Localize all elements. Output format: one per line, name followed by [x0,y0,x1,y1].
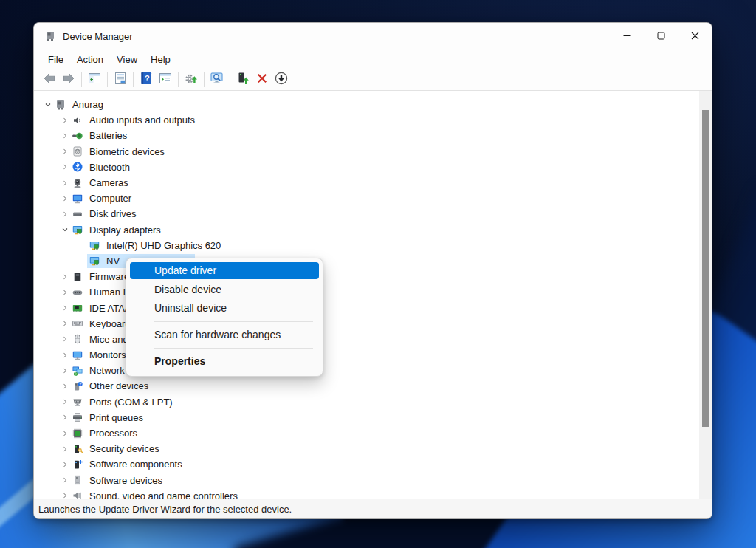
toolbar-disable-device-button[interactable] [272,71,291,89]
toolbar-separator [107,72,108,87]
chevron-right-icon[interactable] [58,145,72,157]
toolbar-uninstall-device-button[interactable] [252,71,272,89]
tree-item-sound-video-and-game-controllers[interactable]: Sound, video and game controllers [34,488,699,499]
tree-item-disk-drives[interactable]: Disk drives [34,206,699,222]
tree-item-batteries[interactable]: Batteries [34,128,699,143]
window-controls [610,23,712,49]
toolbar-show-console-tree-button[interactable] [85,71,104,89]
tree-item-anurag[interactable]: Anurag [34,97,699,112]
chevron-down-icon[interactable] [58,224,72,236]
tree-item-computer[interactable]: Computer [34,191,699,206]
tree-item-audio-inputs-and-outputs[interactable]: Audio inputs and outputs [34,112,699,128]
chevron-down-icon[interactable] [41,99,55,111]
tree-item-label: Audio inputs and outputs [89,114,195,126]
processor-icon [72,428,83,439]
mouse-icon [72,333,83,345]
chevron-right-icon[interactable] [58,177,72,189]
vertical-scrollbar-thumb[interactable] [702,110,709,427]
context-menu-item-disable-device[interactable]: Disable device [130,281,319,298]
minimize-button[interactable] [610,23,644,49]
chevron-right-icon[interactable] [58,302,72,314]
close-button[interactable] [678,23,712,49]
chevron-right-icon[interactable] [58,287,72,298]
properties-icon [113,71,128,89]
toolbar-back-button[interactable] [40,71,59,89]
toolbar-update-driver-software-button[interactable] [182,71,201,89]
menu-action[interactable]: Action [70,51,110,68]
tree-item-intel-r-uhd-graphics-620[interactable]: Intel(R) UHD Graphics 620 [34,238,699,253]
toolbar-properties-button[interactable] [111,71,130,89]
chevron-right-icon[interactable] [58,428,72,439]
menu-help[interactable]: Help [144,51,177,68]
tree-item-label: Cameras [89,177,128,188]
tree-item-other-devices[interactable]: ?Other devices [34,378,699,394]
toolbar-show-action-pane-button[interactable] [156,71,175,89]
chevron-right-icon[interactable] [58,193,72,205]
context-menu-item-properties[interactable]: Properties [130,353,319,370]
tree-item-label: Processors [89,428,137,439]
chevron-right-icon[interactable] [58,130,72,142]
chevron-right-icon[interactable] [58,474,72,486]
tree-item-label: NV [106,256,120,267]
chevron-right-icon[interactable] [58,365,72,377]
context-menu: Update driverDisable deviceUninstall dev… [126,258,323,377]
vertical-scrollbar-track[interactable] [699,91,712,499]
chevron-right-icon[interactable] [58,208,72,220]
toolbar-help-button[interactable]: ? [137,71,156,89]
toolbar-update-driver-button[interactable] [233,71,252,89]
device-manager-icon [44,30,56,42]
tree-item-display-adapters[interactable]: Display adapters [34,222,699,238]
chevron-right-icon[interactable] [58,271,72,283]
tree-item-print-queues[interactable]: Print queues [34,410,699,425]
tree-item-label: Computer [89,193,131,204]
back-icon [42,71,57,89]
toolbar-scan-hardware-changes-button[interactable] [207,71,227,89]
tree-item-bluetooth[interactable]: Bluetooth [34,160,699,175]
chevron-right-icon[interactable] [58,490,72,499]
chevron-right-icon[interactable] [58,114,72,126]
sound-icon [72,490,83,499]
tree-item-label: Firmware [89,271,129,282]
status-pane-divider [523,501,523,516]
status-text: Launches the Update Driver Wizard for th… [38,504,292,515]
tree-item-cameras[interactable]: Cameras [34,175,699,191]
tree-item-processors[interactable]: Processors [34,425,699,441]
chevron-right-icon[interactable] [58,459,72,470]
chevron-right-icon[interactable] [58,333,72,345]
chevron-right-icon[interactable] [58,318,72,329]
forward-icon [61,71,76,89]
tree-item-label: Ports (COM & LPT) [89,397,173,408]
menu-file[interactable]: File [41,51,70,68]
chevron-right-icon[interactable] [58,443,72,455]
chevron-spacer [75,255,89,267]
tree-item-security-devices[interactable]: Security devices [34,441,699,456]
ports-icon [72,396,83,408]
display-adapter-icon [72,224,83,236]
title-bar[interactable]: Device Manager [34,23,712,49]
chevron-right-icon[interactable] [58,349,72,361]
hid-gamepad-icon [72,287,83,298]
context-menu-item-scan-for-hardware-changes[interactable]: Scan for hardware changes [130,326,319,343]
uninstall-x-icon [255,71,269,89]
chevron-right-icon[interactable] [58,380,72,392]
bluetooth-icon [72,161,83,173]
scan-computer-icon [210,71,224,89]
maximize-button[interactable] [644,23,678,49]
toolbar-forward-button[interactable] [59,71,78,89]
chevron-right-icon[interactable] [58,161,72,173]
toolbar-separator [133,72,134,87]
tree-item-ports-com-lpt[interactable]: Ports (COM & LPT) [34,394,699,410]
tree-item-software-components[interactable]: Software components [34,456,699,472]
tree-item-software-devices[interactable]: Software devices [34,473,699,488]
battery-icon [72,130,83,142]
menu-view[interactable]: View [110,51,144,68]
chevron-right-icon[interactable] [58,411,72,423]
tree-item-biometric-devices[interactable]: Biometric devices [34,144,699,160]
toolbar-separator [230,72,230,87]
context-menu-item-update-driver[interactable]: Update driver [130,262,319,279]
close-icon [691,30,699,43]
chevron-right-icon[interactable] [58,396,72,408]
context-menu-item-uninstall-device[interactable]: Uninstall device [130,300,319,317]
gear-update-icon [184,71,199,89]
toolbar-separator [204,72,205,87]
